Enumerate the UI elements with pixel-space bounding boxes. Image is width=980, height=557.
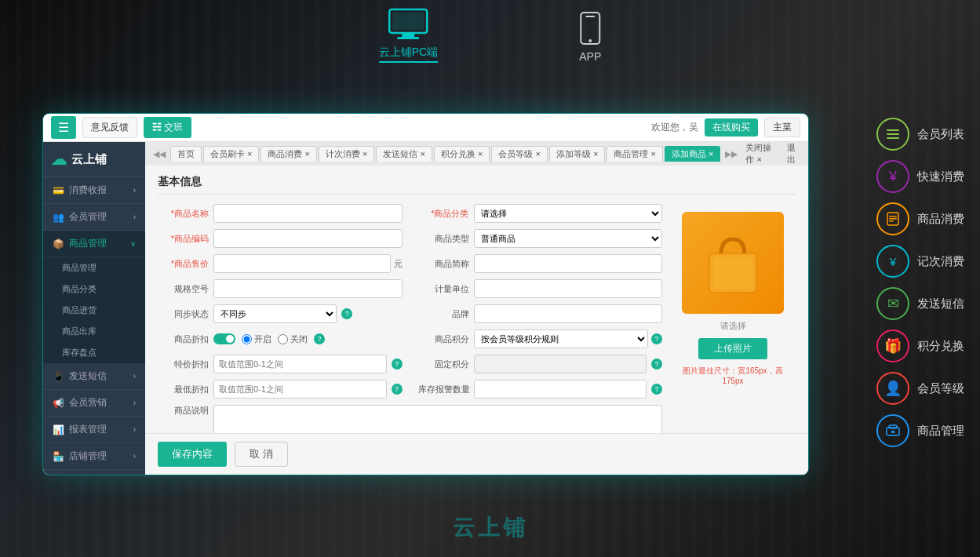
nav-product[interactable]: 📦 商品管理 ∨ (43, 231, 145, 257)
subnav-product-category[interactable]: 商品分类 (43, 278, 145, 300)
price-input-unit: 元 (213, 254, 403, 273)
cancel-button[interactable]: 取 消 (235, 442, 288, 467)
min-discount-label: 最低折扣 (158, 384, 209, 395)
top-platform-section: 云上铺PC端 APP (379, 8, 601, 63)
marketing-arrow: › (133, 399, 136, 407)
subnav-product-manage[interactable]: 商品管理 (43, 257, 145, 278)
right-product-consume[interactable]: 商品消费 (876, 202, 964, 235)
product-type-select[interactable]: 普通商品 (474, 229, 663, 248)
switch-off-label[interactable]: 关闭 (278, 333, 308, 345)
form-row-name: *商品名称 (158, 204, 403, 223)
nav-report[interactable]: 📊 报表管理 › (43, 417, 145, 443)
product-consume-icon (876, 202, 909, 235)
tab-send-sms[interactable]: 发送短信 × (376, 146, 432, 162)
product-desc-textarea[interactable] (213, 405, 662, 433)
stock-alert-help-icon[interactable]: ? (651, 384, 662, 395)
nav-marketing[interactable]: 📢 会员营销 › (43, 390, 145, 417)
right-member-level[interactable]: 👤 会员等级 (876, 372, 964, 405)
product-consume-label: 商品消费 (917, 212, 964, 227)
right-quick-consume[interactable]: ¥ 快速消费 (876, 160, 964, 193)
form-row-fixed-points: 固定积分 ? (418, 355, 663, 373)
product-code-input[interactable] (213, 229, 403, 248)
subnav-product-out[interactable]: 商品出库 (43, 321, 145, 342)
cashier-label: 消费收报 (69, 184, 107, 197)
tab-points[interactable]: 积分兑换 × (434, 146, 490, 162)
brand-input[interactable] (474, 304, 663, 323)
nav-tabs-bar: ◀◀ 首页 会员刷卡 × 商品消费 × 计次消费 × 发送短信 × 积分兑换 ×… (145, 142, 808, 166)
feedback-button[interactable]: 意见反馈 (82, 117, 137, 138)
main-content: ◀◀ 首页 会员刷卡 × 商品消费 × 计次消费 × 发送短信 × 积分兑换 ×… (145, 142, 808, 475)
app-icon (579, 11, 601, 46)
discount-off-radio[interactable] (278, 334, 288, 344)
switch-on-label[interactable]: 开启 (242, 333, 271, 345)
online-shop-button[interactable]: 在线购买 (705, 118, 758, 137)
app-platform[interactable]: APP (579, 11, 601, 63)
right-member-list[interactable]: 会员列表 (876, 118, 964, 151)
pc-platform[interactable]: 云上铺PC端 (379, 8, 438, 63)
points-help-icon[interactable]: ? (651, 333, 662, 344)
member-level-label: 会员等级 (917, 381, 964, 396)
tab-add-product[interactable]: 添加商品 × (665, 146, 720, 162)
product-image (682, 212, 784, 314)
nav-sms[interactable]: 📱 发送短信 › (43, 363, 145, 390)
tab-arrow-left[interactable]: ◀◀ (150, 149, 169, 159)
product-price-input[interactable] (213, 254, 391, 273)
fixed-points-help-icon[interactable]: ? (651, 359, 662, 370)
report-arrow: › (133, 425, 136, 434)
min-discount-help-icon[interactable]: ? (392, 384, 403, 395)
product-code-label: *商品编码 (158, 233, 209, 245)
tab-home[interactable]: 首页 (170, 146, 202, 162)
points-select[interactable]: 按会员等级积分规则 (474, 329, 649, 348)
sync-select[interactable]: 不同步 (213, 304, 337, 323)
switch-on[interactable] (213, 333, 235, 344)
upload-photo-button[interactable]: 上传照片 (698, 338, 767, 359)
subnav-product-entry[interactable]: 商品进货 (43, 300, 145, 321)
product-brief-input[interactable] (474, 254, 663, 273)
main-menu-button[interactable]: 主菜 (764, 118, 800, 137)
stock-alert-label: 库存报警数量 (418, 384, 469, 395)
form-row-measure: 计量单位 (418, 279, 663, 298)
stock-alert-input[interactable] (474, 380, 647, 399)
right-product-manage[interactable]: 商品管理 (876, 414, 964, 447)
tab-member-card[interactable]: 会员刷卡 × (203, 146, 259, 162)
product-name-input[interactable] (213, 204, 403, 223)
nav-store[interactable]: 🏪 店铺管理 › (43, 443, 145, 470)
send-sms-icon: ✉ (876, 287, 909, 320)
special-discount-input[interactable] (213, 355, 387, 373)
right-send-sms[interactable]: ✉ 发送短信 (876, 287, 964, 320)
tab-record-consume[interactable]: 计次消费 × (319, 146, 374, 162)
tab-member-level[interactable]: 会员等级 × (491, 146, 547, 162)
tab-product-mgmt[interactable]: 商品管理 × (607, 146, 662, 162)
discount-help-icon[interactable]: ? (314, 333, 325, 344)
measure-unit-input[interactable] (474, 279, 663, 298)
special-discount-help-icon[interactable]: ? (392, 359, 403, 370)
right-points-exchange[interactable]: 🎁 积分兑换 (876, 329, 964, 362)
exit-btn[interactable]: 退出 (784, 142, 803, 166)
tab-arrow-right[interactable]: ▶▶ (722, 149, 741, 159)
nav-member[interactable]: 👥 会员管理 › (43, 204, 145, 231)
save-button[interactable]: 保存内容 (158, 442, 227, 467)
svg-rect-1 (402, 33, 414, 37)
tab-product-consume[interactable]: 商品消费 × (260, 146, 316, 162)
nav-cashier[interactable]: 💳 消费收报 › (43, 177, 145, 204)
svg-point-5 (588, 39, 592, 42)
fixed-points-input[interactable] (474, 355, 647, 373)
discount-on-radio[interactable] (242, 334, 252, 344)
more-actions[interactable]: 关闭操作 × (742, 142, 781, 166)
product-manage-label: 商品管理 (917, 424, 964, 439)
sync-help-icon[interactable]: ? (341, 308, 352, 319)
brand: ☁ 云上铺 (43, 142, 145, 177)
subnav-inventory[interactable]: 库存盘点 (43, 342, 145, 363)
min-discount-input[interactable] (213, 380, 387, 399)
quick-consume-label: 快速消费 (917, 169, 964, 184)
tab-add-level[interactable]: 添加等级 × (549, 146, 605, 162)
member-icon: 👥 (53, 212, 64, 223)
points-exchange-symbol: 🎁 (884, 337, 902, 355)
spec-input[interactable] (213, 279, 403, 298)
right-record-consume[interactable]: ¥ 记次消费 (876, 245, 964, 278)
nav-system[interactable]: ⚙ 系统设置 › (43, 470, 145, 475)
product-category-select[interactable]: 请选择 (474, 204, 663, 223)
menu-button[interactable]: ☰ (51, 116, 76, 139)
shift-change-button[interactable]: ☵ 交班 (144, 117, 191, 138)
form-grid: *商品名称 *商品分类 请选择 *商品编码 (158, 204, 662, 433)
